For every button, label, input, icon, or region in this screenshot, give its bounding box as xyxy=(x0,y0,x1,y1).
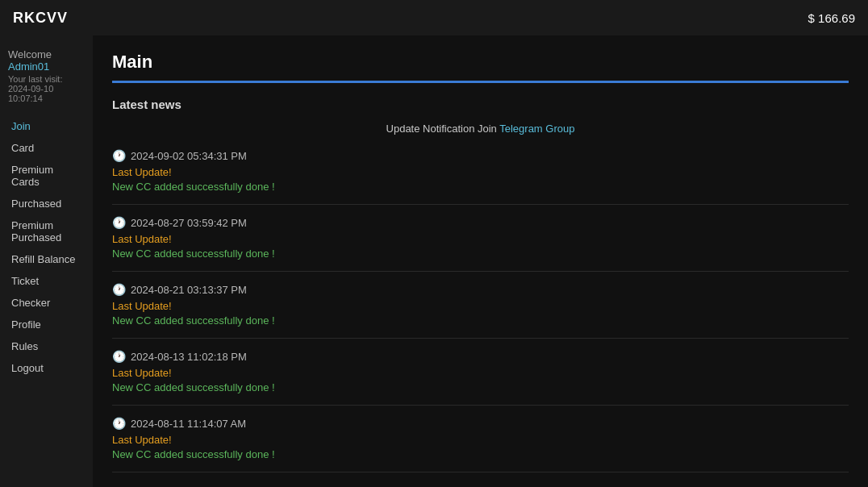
clock-icon: 🕐 xyxy=(112,417,126,430)
sidebar-last-visit: Your last visit: 2024-09-10 10:07:14 xyxy=(8,74,85,103)
clock-icon: 🕐 xyxy=(112,216,126,229)
news-date-text: 2024-08-11 11:14:07 AM xyxy=(131,418,246,430)
sidebar-item-purchased[interactable]: Purchased xyxy=(8,194,85,214)
news-date-2: 🕐 2024-08-21 03:13:37 PM xyxy=(112,283,849,296)
news-cc-label: New CC added successfully done ! xyxy=(112,248,849,260)
page-title: Main xyxy=(112,52,849,73)
notification-text: Update Notification Join xyxy=(386,123,497,135)
news-update-label: Last Update! xyxy=(112,300,849,312)
news-cc-label: New CC added successfully done ! xyxy=(112,448,849,460)
sidebar-item-rules[interactable]: Rules xyxy=(8,336,85,356)
sidebar-item-premium-purchased[interactable]: Premium Purchased xyxy=(8,215,85,248)
sidebar-item-join[interactable]: Join xyxy=(8,116,85,136)
news-update-label: Last Update! xyxy=(112,434,849,446)
news-cc-label: New CC added successfully done ! xyxy=(112,181,849,193)
sidebar-nav: Join Card Premium Cards Purchased Premiu… xyxy=(8,116,85,378)
welcome-text: Welcome xyxy=(8,48,52,60)
news-date-text: 2024-08-27 03:59:42 PM xyxy=(131,217,247,229)
main-content: Main Latest news Update Notification Joi… xyxy=(93,35,868,487)
clock-icon: 🕐 xyxy=(112,149,126,162)
blue-divider xyxy=(112,81,849,83)
last-visit-date: 2024-09-10 10:07:14 xyxy=(8,84,53,103)
news-update-label: Last Update! xyxy=(112,166,849,178)
clock-icon: 🕐 xyxy=(112,350,126,363)
news-date-text: 2024-09-02 05:34:31 PM xyxy=(131,150,247,162)
news-date-4: 🕐 2024-08-11 11:14:07 AM xyxy=(112,417,849,430)
news-date-text: 2024-08-13 11:02:18 PM xyxy=(131,351,247,363)
news-date-text: 2024-08-21 03:13:37 PM xyxy=(131,284,247,296)
news-cc-label: New CC added successfully done ! xyxy=(112,314,849,327)
sidebar-item-ticket[interactable]: Ticket xyxy=(8,271,85,291)
sidebar-item-premium-cards[interactable]: Premium Cards xyxy=(8,160,85,192)
news-item: 🕐 2024-09-02 05:34:31 PM Last Update! Ne… xyxy=(112,149,849,205)
sidebar-item-profile[interactable]: Profile xyxy=(8,314,85,335)
sidebar-item-checker[interactable]: Checker xyxy=(8,293,85,313)
telegram-group-link[interactable]: Telegram Group xyxy=(499,123,574,135)
news-list: 🕐 2024-09-02 05:34:31 PM Last Update! Ne… xyxy=(112,149,849,472)
news-update-label: Last Update! xyxy=(112,233,849,245)
brand-logo: RKCVV xyxy=(13,10,68,27)
notification-bar: Update Notification Join Telegram Group xyxy=(112,123,849,135)
layout: Welcome Admin01 Your last visit: 2024-09… xyxy=(0,35,868,487)
sidebar: Welcome Admin01 Your last visit: 2024-09… xyxy=(0,35,93,487)
news-item: 🕐 2024-08-13 11:02:18 PM Last Update! Ne… xyxy=(112,350,849,406)
news-item: 🕐 2024-08-11 11:14:07 AM Last Update! Ne… xyxy=(112,417,849,472)
news-cc-label: New CC added successfully done ! xyxy=(112,381,849,393)
sidebar-item-card[interactable]: Card xyxy=(8,138,85,158)
news-date-3: 🕐 2024-08-13 11:02:18 PM xyxy=(112,350,849,363)
sidebar-username: Admin01 xyxy=(8,60,49,73)
navbar: RKCVV $ 166.69 xyxy=(0,0,868,35)
news-update-label: Last Update! xyxy=(112,367,849,379)
sidebar-welcome: Welcome Admin01 xyxy=(8,48,85,73)
last-visit-label: Your last visit: xyxy=(8,74,62,84)
sidebar-item-logout[interactable]: Logout xyxy=(8,358,85,378)
latest-news-heading: Latest news xyxy=(112,98,849,111)
news-item: 🕐 2024-08-27 03:59:42 PM Last Update! Ne… xyxy=(112,216,849,272)
news-date-0: 🕐 2024-09-02 05:34:31 PM xyxy=(112,149,849,162)
sidebar-item-refill-balance[interactable]: Refill Balance xyxy=(8,249,85,269)
balance-display: $ 166.69 xyxy=(808,11,855,25)
news-date-1: 🕐 2024-08-27 03:59:42 PM xyxy=(112,216,849,229)
clock-icon: 🕐 xyxy=(112,283,126,296)
news-item: 🕐 2024-08-21 03:13:37 PM Last Update! Ne… xyxy=(112,283,849,339)
